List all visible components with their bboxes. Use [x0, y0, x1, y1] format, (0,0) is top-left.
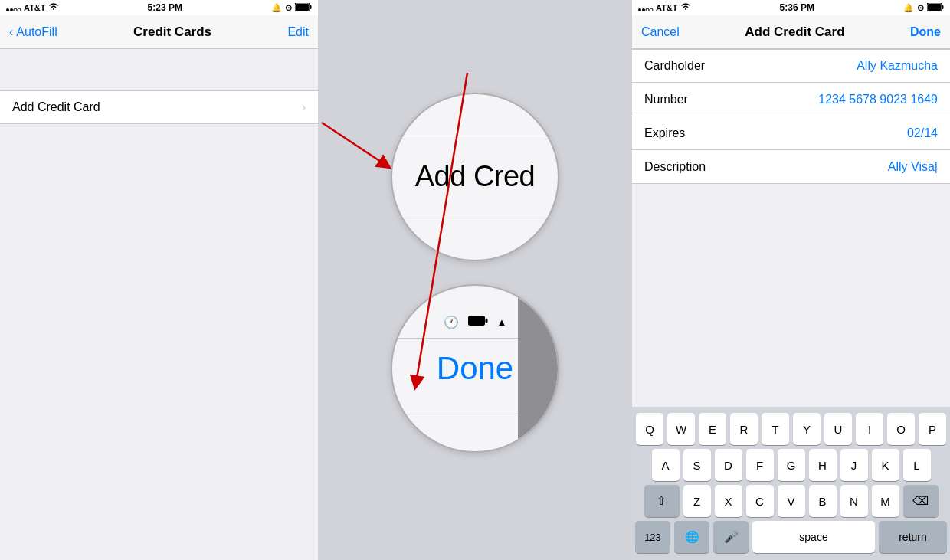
right-done-button[interactable]: Done: [910, 25, 941, 39]
key-Q[interactable]: Q: [636, 413, 663, 445]
left-nav-title: Credit Cards: [133, 25, 211, 40]
svg-rect-8: [485, 319, 487, 323]
key-N[interactable]: N: [840, 485, 868, 517]
svg-point-13: [646, 8, 649, 11]
key-P[interactable]: P: [919, 413, 946, 445]
keyboard-row-2: A S D F G H J K L: [635, 449, 947, 481]
left-status-bar: AT&T 5:23 PM 🔔 ⊙: [0, 0, 318, 15]
signal-dots-icon: [6, 2, 21, 13]
svg-point-1: [10, 8, 13, 11]
keyboard-row-4: 123 🌐 🎤 space return: [635, 521, 947, 553]
key-W[interactable]: W: [667, 413, 695, 445]
right-alarm-icon: 🔔: [903, 3, 914, 13]
key-S[interactable]: S: [683, 449, 711, 481]
credit-card-form: Cardholder Ally Kazmucha Number 1234 567…: [632, 49, 950, 184]
key-T[interactable]: T: [762, 413, 789, 445]
signal-icon-done: ▲: [497, 316, 507, 328]
num-key[interactable]: 123: [635, 521, 670, 553]
right-time: 5:36 PM: [780, 2, 814, 13]
edit-button[interactable]: Edit: [287, 25, 309, 39]
number-label: Number: [644, 93, 736, 106]
key-M[interactable]: M: [872, 485, 899, 517]
back-chevron-icon: ‹: [9, 25, 13, 39]
key-X[interactable]: X: [715, 485, 742, 517]
right-carrier-label: AT&T: [656, 3, 678, 12]
expires-row[interactable]: Expires 02/14: [632, 116, 950, 150]
arrows-overlay: [318, 0, 632, 560]
key-B[interactable]: B: [809, 485, 837, 517]
svg-point-12: [642, 8, 645, 11]
cardholder-row[interactable]: Cardholder Ally Kazmucha: [632, 49, 950, 83]
orientation-icon: ⊙: [285, 3, 292, 13]
right-section-spacer: [632, 184, 950, 407]
svg-rect-5: [296, 4, 309, 11]
description-row[interactable]: Description Ally Visa: [632, 150, 950, 184]
cancel-button[interactable]: Cancel: [641, 25, 680, 39]
keyboard-row-3: ⇧ Z X C V B N M ⌫: [635, 485, 947, 517]
mic-key[interactable]: 🎤: [713, 521, 749, 553]
carrier-label: AT&T: [24, 3, 46, 12]
shift-key[interactable]: ⇧: [644, 485, 680, 517]
key-E[interactable]: E: [699, 413, 726, 445]
cardholder-value: Ally Kazmucha: [736, 59, 938, 73]
done-gray-panel: [518, 286, 558, 451]
credit-card-list: Add Credit Card ›: [0, 90, 318, 124]
left-nav-bar: ‹ AutoFill Credit Cards Edit: [0, 15, 318, 49]
left-time: 5:23 PM: [148, 2, 182, 13]
svg-rect-7: [468, 316, 485, 326]
key-C[interactable]: C: [746, 485, 774, 517]
cardholder-label: Cardholder: [644, 59, 736, 73]
right-signal-icon: [638, 2, 654, 13]
key-R[interactable]: R: [730, 413, 758, 445]
add-credit-card-label: Add Credit Card: [12, 100, 100, 114]
left-status-left: AT&T: [6, 2, 59, 13]
svg-line-9: [322, 123, 385, 165]
key-L[interactable]: L: [903, 449, 931, 481]
section-spacer: [0, 49, 318, 78]
key-Y[interactable]: Y: [793, 413, 821, 445]
key-U[interactable]: U: [824, 413, 852, 445]
right-orient-icon: ⊙: [917, 3, 924, 13]
globe-key[interactable]: 🌐: [674, 521, 709, 553]
space-key[interactable]: space: [752, 521, 875, 553]
key-Z[interactable]: Z: [683, 485, 711, 517]
key-F[interactable]: F: [746, 449, 774, 481]
key-K[interactable]: K: [872, 449, 899, 481]
expires-value: 02/14: [736, 126, 938, 140]
back-label: AutoFill: [16, 25, 57, 39]
key-O[interactable]: O: [887, 413, 915, 445]
delete-key[interactable]: ⌫: [903, 485, 939, 517]
right-wifi-icon: [680, 3, 691, 12]
back-button[interactable]: ‹ AutoFill: [9, 25, 57, 39]
key-J[interactable]: J: [840, 449, 868, 481]
expires-label: Expires: [644, 126, 736, 140]
left-status-right: 🔔 ⊙: [271, 3, 312, 13]
key-D[interactable]: D: [715, 449, 742, 481]
svg-rect-16: [928, 4, 941, 11]
key-G[interactable]: G: [778, 449, 805, 481]
svg-rect-17: [942, 5, 944, 9]
magnify-circle-bottom: 🕐 ▲ Done: [391, 284, 559, 453]
right-screen: AT&T 5:36 PM 🔔 ⊙: [632, 0, 950, 560]
svg-rect-6: [310, 5, 312, 9]
number-row[interactable]: Number 1234 5678 9023 1649: [632, 83, 950, 116]
wifi-icon: [48, 3, 59, 12]
right-status-bar: AT&T 5:36 PM 🔔 ⊙: [632, 0, 950, 15]
battery-icon-left: [295, 3, 312, 13]
svg-point-2: [14, 8, 17, 11]
key-A[interactable]: A: [652, 449, 680, 481]
key-V[interactable]: V: [778, 485, 805, 517]
cancel-label: Cancel: [641, 25, 680, 39]
right-status-right: 🔔 ⊙: [903, 3, 944, 13]
svg-point-0: [6, 8, 9, 11]
return-key[interactable]: return: [879, 521, 947, 553]
key-H[interactable]: H: [809, 449, 837, 481]
add-credit-card-item[interactable]: Add Credit Card ›: [0, 90, 318, 124]
magnify-circle-top: Add Cred: [391, 93, 559, 261]
key-I[interactable]: I: [856, 413, 883, 445]
center-area: Add Cred 🕐 ▲ Done: [318, 0, 632, 560]
svg-point-11: [638, 8, 641, 11]
description-label: Description: [644, 160, 736, 174]
right-nav-title: Add Credit Card: [745, 25, 844, 40]
battery-icon-done: [468, 316, 488, 328]
